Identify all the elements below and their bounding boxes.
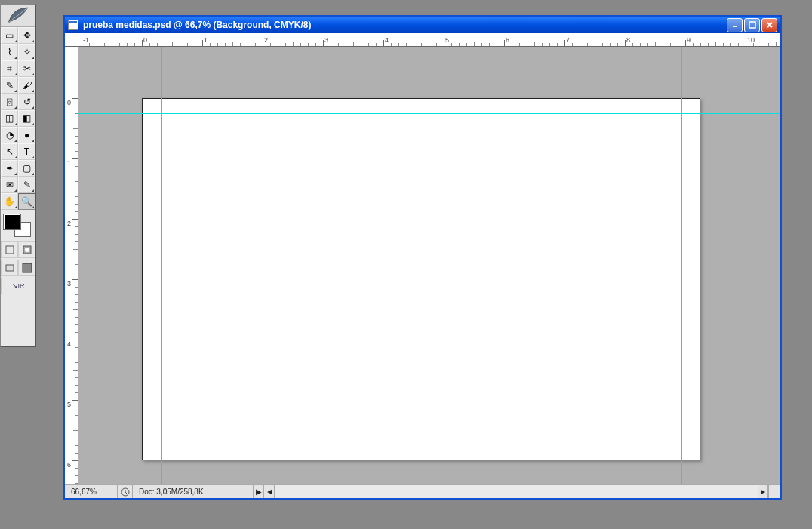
status-preview-icon[interactable] [118, 485, 133, 498]
ruler-origin[interactable] [65, 33, 78, 47]
screen-mode-full-button[interactable] [18, 260, 35, 276]
gradient-tool[interactable]: ◧ [18, 110, 35, 127]
pen-tool[interactable]: ✒ [1, 160, 18, 177]
svg-rect-4 [23, 263, 32, 272]
toolbox-panel: ▭✥⌇✧⌗✂✎🖌⌻↺◫◧◔●↖T✒▢✉✎✋🔍 ➘IR [0, 4, 36, 347]
foreground-color-swatch[interactable] [4, 214, 20, 229]
canvas-viewport[interactable] [78, 47, 780, 484]
horizontal-guide[interactable] [78, 444, 780, 444]
healing-tool[interactable]: ✎ [1, 77, 18, 94]
doc-info[interactable]: Doc: 3,05M/258,8K [133, 485, 254, 498]
svg-rect-3 [6, 265, 14, 271]
horizontal-ruler[interactable]: -1012345678910 [78, 33, 780, 47]
status-menu-arrow[interactable]: ▶ [254, 485, 264, 498]
lasso-tool[interactable]: ⌇ [1, 44, 18, 60]
scroll-right-button[interactable]: ▶ [758, 485, 768, 498]
document-window: prueba medidas.psd @ 66,7% (Background, … [63, 15, 782, 500]
type-tool[interactable]: T [18, 143, 35, 160]
eyedropper-tool[interactable]: ✎ [18, 177, 35, 193]
scroll-left-button[interactable]: ◀ [264, 485, 275, 498]
stamp-tool[interactable]: ⌻ [1, 94, 18, 110]
vertical-ruler[interactable]: 0123456 [65, 47, 78, 484]
hand-tool[interactable]: ✋ [1, 193, 18, 210]
zoom-field[interactable]: 66,67% [65, 485, 118, 498]
marquee-tool[interactable]: ▭ [1, 27, 18, 44]
title-bar[interactable]: prueba medidas.psd @ 66,7% (Background, … [65, 17, 780, 33]
wand-tool[interactable]: ✧ [18, 44, 35, 60]
dodge-tool[interactable]: ● [18, 127, 35, 143]
canvas[interactable] [142, 98, 700, 460]
toolbox-header[interactable] [1, 5, 35, 27]
status-bar: 66,67% Doc: 3,05M/258,8K ▶ ◀ ▶ [65, 484, 780, 498]
color-swatches [1, 211, 35, 240]
window-title: prueba medidas.psd @ 66,7% (Background, … [83, 20, 727, 30]
vertical-guide[interactable] [161, 47, 162, 484]
close-button[interactable] [761, 18, 777, 32]
svg-rect-6 [749, 22, 755, 28]
path-tool[interactable]: ↖ [1, 143, 18, 160]
zoom-tool[interactable]: 🔍 [18, 193, 35, 210]
svg-rect-0 [6, 246, 14, 254]
vertical-guide[interactable] [681, 47, 682, 484]
brush-tool[interactable]: 🖌 [18, 77, 35, 94]
document-icon [68, 20, 78, 30]
history-brush-tool[interactable]: ↺ [18, 94, 35, 110]
blur-tool[interactable]: ◔ [1, 127, 18, 143]
move-tool[interactable]: ✥ [18, 27, 35, 44]
horizontal-scrollbar[interactable] [275, 485, 758, 498]
svg-point-2 [25, 248, 29, 252]
screen-mode-standard-button[interactable] [1, 260, 18, 276]
slice-tool[interactable]: ✂ [18, 60, 35, 77]
shape-tool[interactable]: ▢ [18, 160, 35, 177]
resize-grip[interactable] [768, 485, 780, 498]
horizontal-guide[interactable] [78, 113, 780, 114]
quickmask-mode-button[interactable] [18, 241, 35, 258]
maximize-button[interactable] [744, 18, 760, 32]
jump-to-imageready-button[interactable]: ➘IR [1, 278, 35, 294]
notes-tool[interactable]: ✉ [1, 177, 18, 193]
minimize-button[interactable] [727, 18, 743, 32]
standard-mode-button[interactable] [1, 241, 18, 258]
photoshop-feather-icon [7, 6, 29, 25]
crop-tool[interactable]: ⌗ [1, 60, 18, 77]
eraser-tool[interactable]: ◫ [1, 110, 18, 127]
